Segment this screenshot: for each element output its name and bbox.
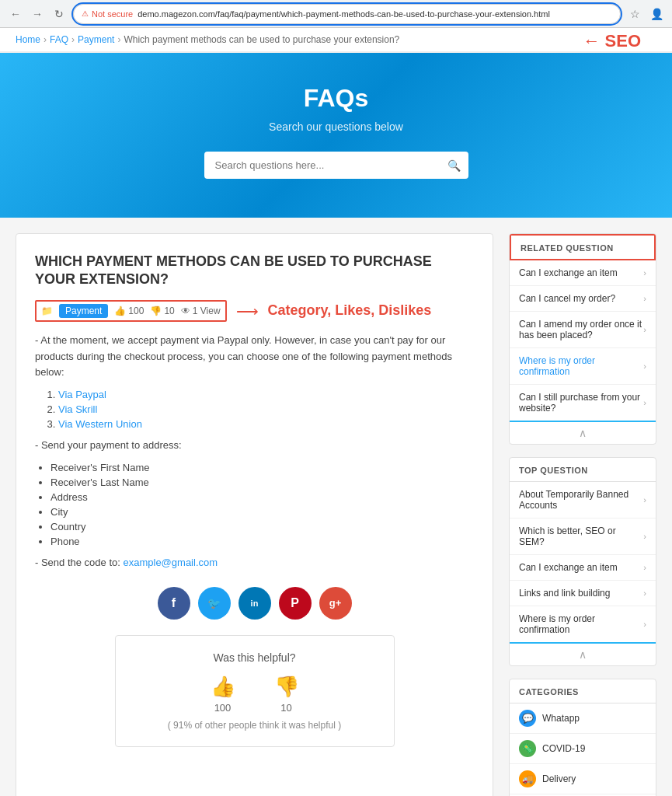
breadcrumb: Home › FAQ › Payment › Which payment met… (0, 28, 672, 52)
lock-icon: ⚠ (82, 9, 89, 18)
western-union-link[interactable]: Via Western Union (58, 418, 142, 430)
back-button[interactable]: ← (6, 5, 25, 23)
url-text: demo.magezon.com/faq/faq/payment/which-p… (138, 9, 612, 19)
profile-button[interactable]: 👤 (647, 5, 666, 23)
paypal-link[interactable]: Via Paypal (58, 389, 106, 400)
collapse-related-button[interactable]: ∧ (510, 421, 656, 444)
top-item[interactable]: Can I exchange an item › (510, 555, 656, 581)
chevron-right-icon: › (643, 294, 646, 303)
helpful-no-button[interactable]: 👎 10 (274, 675, 299, 714)
category-badge[interactable]: Payment (59, 304, 108, 318)
chevron-right-icon: › (643, 620, 646, 629)
helpful-percentage: ( 91% of other people think it was helpf… (131, 720, 378, 731)
main-container: WHICH PAYMENT METHODS CAN BE USED TO PUR… (0, 218, 672, 796)
delivery-icon: 🚚 (519, 770, 536, 787)
meta-badge-group: 📁 Payment 👍 100 👎 10 👁 1 View (35, 300, 227, 322)
category-item-covid[interactable]: 🦠 COVID-19 (510, 734, 656, 764)
folder-icon: 📁 (41, 305, 53, 316)
forward-button[interactable]: → (28, 5, 47, 23)
browser-action-buttons: ☆ 👤 (625, 5, 666, 23)
breadcrumb-home[interactable]: Home (16, 34, 40, 45)
categories-title: CATEGORIES (510, 679, 656, 703)
chevron-right-icon: › (643, 398, 646, 407)
reload-button[interactable]: ↻ (50, 5, 68, 23)
breadcrumb-current: Which payment methods can be used to pur… (124, 34, 399, 45)
twitter-share-button[interactable]: 🐦 (198, 587, 231, 620)
browser-nav-buttons: ← → ↻ (6, 5, 68, 23)
thumbs-down-icon: 👎 (274, 675, 299, 699)
hero-search-container: 🔍 (204, 152, 468, 179)
likes-count: 👍 100 (114, 305, 144, 316)
annotation-label: Category, Likes, Dislikes (268, 302, 432, 319)
breadcrumb-payment[interactable]: Payment (78, 34, 114, 45)
list-item: Receiver's First Name (50, 462, 474, 473)
hero-subtitle: Search our questions below (16, 120, 656, 133)
linkedin-share-button[interactable]: in (239, 587, 271, 620)
facebook-share-button[interactable]: f (158, 587, 190, 620)
send-code-label: - Send the code to: example@gmail.com (35, 555, 474, 571)
twitter-icon: 🐦 (207, 597, 221, 609)
list-item: Via Western Union (58, 418, 474, 430)
chevron-right-icon: › (643, 325, 646, 334)
address-bar[interactable]: ⚠ Not secure demo.magezon.com/faq/faq/pa… (73, 4, 621, 24)
content-area: WHICH PAYMENT METHODS CAN BE USED TO PUR… (16, 233, 493, 796)
top-item[interactable]: Where is my order confirmation › (510, 606, 656, 642)
chevron-right-icon: › (643, 588, 646, 598)
helpful-buttons: 👍 100 👎 10 (131, 675, 378, 714)
related-item[interactable]: Can I cancel my order? › (510, 286, 656, 312)
related-item[interactable]: Where is my order confirmation › (510, 348, 656, 385)
address-list: Receiver's First Name Receiver's Last Na… (50, 462, 474, 547)
payment-methods-list: Via Paypal Via Skrill Via Western Union (58, 389, 474, 430)
covid-icon: 🦠 (519, 740, 536, 757)
top-item-links-building[interactable]: Links and link building › (510, 581, 656, 606)
related-item[interactable]: Can I amend my order once it has been pl… (510, 312, 656, 348)
seo-annotation: ← SEO (583, 31, 641, 51)
list-item: Address (50, 491, 474, 503)
seo-arrow-icon: ← (583, 31, 601, 51)
breadcrumb-faq[interactable]: FAQ (50, 34, 68, 45)
top-questions-section: TOP QUESTION About Temporarily Banned Ac… (509, 457, 656, 666)
whatapp-icon: 💬 (519, 710, 536, 727)
googleplus-share-button[interactable]: g+ (319, 587, 352, 620)
hero-title: FAQs (16, 84, 656, 113)
thumbs-up-icon: 👍 (211, 675, 235, 699)
email-link[interactable]: example@gmail.com (123, 557, 218, 568)
list-item: Via Skrill (58, 403, 474, 415)
seo-label: SEO (605, 31, 641, 51)
pinterest-icon: P (291, 596, 299, 610)
related-questions-section: RELATED QUESTION Can I exchange an item … (509, 233, 656, 445)
list-item: Receiver's Last Name (50, 477, 474, 488)
bookmark-button[interactable]: ☆ (625, 5, 644, 23)
list-item: City (50, 506, 474, 518)
dislikes-count: 👎 10 (150, 305, 174, 316)
search-input[interactable] (204, 152, 468, 179)
collapse-top-button[interactable]: ∧ (510, 642, 656, 665)
annotation-arrow-icon: ⟶ (236, 302, 259, 320)
pinterest-share-button[interactable]: P (279, 587, 312, 620)
related-item[interactable]: Can I exchange an item › (510, 260, 656, 286)
chevron-right-icon: › (643, 361, 646, 371)
hero-section: FAQs Search our questions below 🔍 (0, 53, 672, 218)
skrill-link[interactable]: Via Skrill (58, 403, 97, 415)
chevron-right-icon: › (643, 495, 646, 504)
meta-annotation-row: 📁 Payment 👍 100 👎 10 👁 1 View ⟶ (35, 300, 474, 322)
helpful-yes-button[interactable]: 👍 100 (211, 675, 235, 714)
answer-intro: - At the moment, we accept payment via P… (35, 333, 474, 381)
related-item[interactable]: Can I still purchase from your website? … (510, 385, 656, 421)
top-item[interactable]: Which is better, SEO or SEM? › (510, 518, 656, 555)
chevron-right-icon: › (643, 268, 646, 278)
category-item-whatapp[interactable]: 💬 Whatapp (510, 703, 656, 734)
top-item[interactable]: About Temporarily Banned Accounts › (510, 482, 656, 518)
helpful-title: Was this helpful? (131, 651, 378, 664)
helpful-yes-count: 100 (214, 702, 232, 714)
googleplus-icon: g+ (329, 597, 342, 609)
helpful-box: Was this helpful? 👍 100 👎 10 ( 91% of ot… (115, 635, 395, 747)
category-item-delivery[interactable]: 🚚 Delivery (510, 764, 656, 794)
list-item: Via Paypal (58, 389, 474, 400)
top-questions-title: TOP QUESTION (510, 458, 656, 482)
chevron-right-icon: › (643, 563, 646, 572)
search-icon: 🔍 (447, 159, 461, 172)
categories-section: CATEGORIES 💬 Whatapp 🦠 COVID-19 🚚 Delive… (509, 679, 656, 796)
thumbs-up-icon: 👍 (114, 305, 126, 316)
not-secure-label: Not secure (92, 9, 133, 19)
